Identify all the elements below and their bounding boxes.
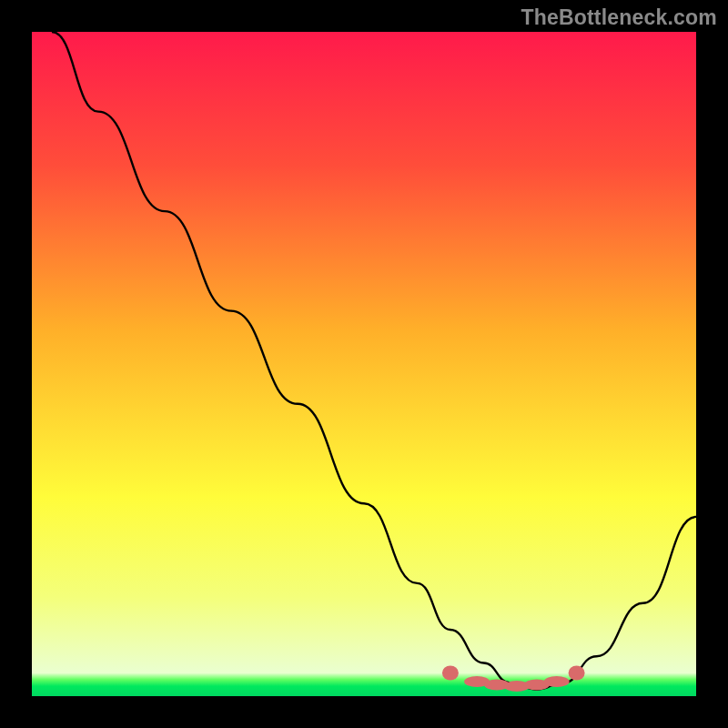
- watermark-text: TheBottleneck.com: [521, 5, 717, 30]
- background-gradient: [32, 32, 696, 696]
- svg-rect-0: [32, 32, 696, 696]
- chart-frame: TheBottleneck.com: [0, 0, 728, 728]
- plot-area: [32, 32, 696, 696]
